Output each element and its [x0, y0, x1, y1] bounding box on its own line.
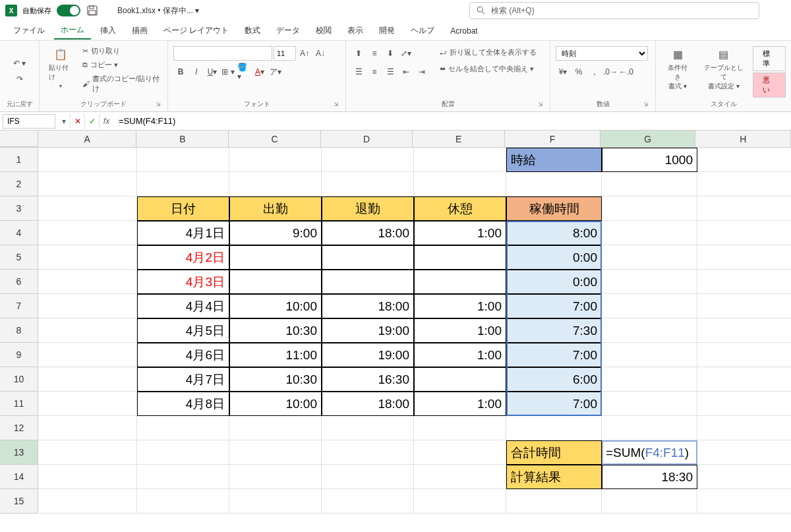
cell-H14[interactable]	[697, 465, 791, 489]
cell-D11[interactable]: 18:00	[322, 392, 414, 416]
cell-A5[interactable]	[38, 245, 137, 270]
cell-D7[interactable]: 18:00	[322, 294, 414, 318]
cell-E11[interactable]: 1:00	[414, 392, 506, 416]
cell-E13[interactable]	[414, 440, 506, 465]
cell-F7[interactable]: 7:00	[506, 294, 602, 318]
cell-E14[interactable]	[414, 465, 506, 489]
cell-C8[interactable]: 10:30	[229, 318, 322, 343]
cell-H10[interactable]	[697, 367, 791, 392]
format-as-table-button[interactable]: ▤ テーブルとして 書式設定 ▾	[697, 44, 750, 94]
cell-A8[interactable]	[38, 318, 137, 343]
cell-E3[interactable]: 休憩	[414, 196, 506, 221]
cell-D15[interactable]	[322, 489, 414, 514]
number-format-select[interactable]: 時刻	[556, 46, 648, 61]
cell-H2[interactable]	[697, 172, 791, 196]
cell-F15[interactable]	[506, 489, 602, 514]
cell-A11[interactable]	[38, 392, 137, 416]
cell-A10[interactable]	[38, 367, 137, 392]
cell-H3[interactable]	[697, 196, 791, 221]
cell-C12[interactable]	[229, 416, 322, 440]
cell-C10[interactable]: 10:30	[229, 367, 322, 392]
font-launcher[interactable]: ⇲	[334, 101, 339, 107]
clipboard-launcher[interactable]: ⇲	[156, 101, 161, 107]
cell-H9[interactable]	[697, 343, 791, 367]
cell-C9[interactable]: 11:00	[229, 343, 322, 367]
align-middle-button[interactable]: ≡	[367, 46, 382, 61]
number-launcher[interactable]: ⇲	[643, 101, 649, 107]
cell-D8[interactable]: 19:00	[322, 318, 414, 343]
tab-draw[interactable]: 描画	[125, 22, 154, 39]
cell-F12[interactable]	[506, 416, 602, 440]
conditional-format-button[interactable]: ▦ 条件付き 書式 ▾	[661, 44, 695, 94]
format-painter-button[interactable]: 🖌書式のコピー/貼り付け	[80, 73, 162, 95]
col-header-F[interactable]: F	[505, 131, 601, 147]
cell-D9[interactable]: 19:00	[322, 343, 414, 367]
cell-F2[interactable]	[506, 172, 602, 196]
cell-F11[interactable]: 7:00	[506, 392, 602, 416]
style-normal[interactable]: 標準	[753, 46, 786, 71]
col-header-D[interactable]: D	[321, 131, 413, 147]
cell-H6[interactable]	[697, 270, 791, 294]
cell-C14[interactable]	[229, 465, 322, 489]
row-header-4[interactable]: 4	[0, 221, 38, 245]
cell-D2[interactable]	[322, 172, 414, 196]
cell-G8[interactable]	[602, 318, 697, 343]
col-header-B[interactable]: B	[136, 131, 229, 147]
cell-C2[interactable]	[229, 172, 322, 196]
cell-E15[interactable]	[414, 489, 506, 514]
cell-A14[interactable]	[38, 465, 137, 489]
cell-A15[interactable]	[38, 489, 137, 514]
cell-D5[interactable]	[322, 245, 414, 270]
cell-F13[interactable]: 合計時間	[506, 440, 602, 465]
row-header-6[interactable]: 6	[0, 270, 38, 294]
border-button[interactable]: ⊞ ▾	[221, 65, 235, 79]
cell-D1[interactable]	[322, 148, 414, 172]
cell-H15[interactable]	[697, 489, 791, 514]
cell-G2[interactable]	[602, 172, 697, 196]
align-center-button[interactable]: ≡	[367, 65, 382, 79]
decrease-font-button[interactable]: A↓	[313, 46, 328, 61]
name-box[interactable]: IFS	[3, 114, 55, 129]
merge-center-button[interactable]: ⬌セルを結合して中央揃え ▾	[437, 63, 539, 75]
tab-acrobat[interactable]: Acrobat	[444, 24, 484, 38]
tab-data[interactable]: データ	[270, 22, 307, 39]
cell-E4[interactable]: 1:00	[414, 221, 506, 245]
increase-font-button[interactable]: A↑	[297, 46, 312, 61]
cell-A1[interactable]	[38, 148, 137, 172]
cell-B3[interactable]: 日付	[137, 196, 229, 221]
tab-review[interactable]: 校閲	[309, 22, 338, 39]
font-name-input[interactable]	[173, 46, 272, 61]
cell-F10[interactable]: 6:00	[506, 367, 602, 392]
align-top-button[interactable]: ⬆	[351, 46, 366, 61]
wrap-text-button[interactable]: ⮐折り返して全体を表示する	[437, 46, 539, 59]
align-right-button[interactable]: ☰	[383, 65, 397, 79]
tab-home[interactable]: ホーム	[54, 22, 91, 40]
cell-F5[interactable]: 0:00	[506, 245, 602, 270]
cell-F6[interactable]: 0:00	[506, 270, 602, 294]
tab-page-layout[interactable]: ページ レイアウト	[157, 22, 235, 39]
copy-button[interactable]: ⧉コピー ▾	[80, 59, 162, 71]
formula-input[interactable]: =SUM(F4:F11)	[113, 112, 791, 130]
cell-A6[interactable]	[38, 270, 137, 294]
cell-B2[interactable]	[137, 172, 229, 196]
cell-G15[interactable]	[602, 489, 697, 514]
select-all-corner[interactable]	[0, 131, 38, 147]
cell-D12[interactable]	[322, 416, 414, 440]
cut-button[interactable]: ✂切り取り	[80, 45, 162, 57]
bold-button[interactable]: B	[173, 65, 188, 79]
cell-A13[interactable]	[38, 440, 137, 465]
confirm-formula-button[interactable]: ✓	[84, 114, 99, 129]
font-size-input[interactable]	[274, 46, 296, 61]
cell-G6[interactable]	[602, 270, 697, 294]
redo-button[interactable]: ↷	[13, 72, 27, 86]
tab-insert[interactable]: 挿入	[94, 22, 123, 39]
row-header-12[interactable]: 12	[0, 416, 38, 440]
cell-G14[interactable]: 18:30	[602, 465, 697, 489]
font-color-button[interactable]: A▾	[252, 65, 267, 79]
cell-F1[interactable]: 時給	[506, 148, 602, 172]
cell-B6[interactable]: 4月3日	[137, 270, 229, 294]
cell-H8[interactable]	[697, 318, 791, 343]
col-header-C[interactable]: C	[229, 131, 321, 147]
tab-formulas[interactable]: 数式	[238, 22, 267, 39]
col-header-E[interactable]: E	[413, 131, 505, 147]
